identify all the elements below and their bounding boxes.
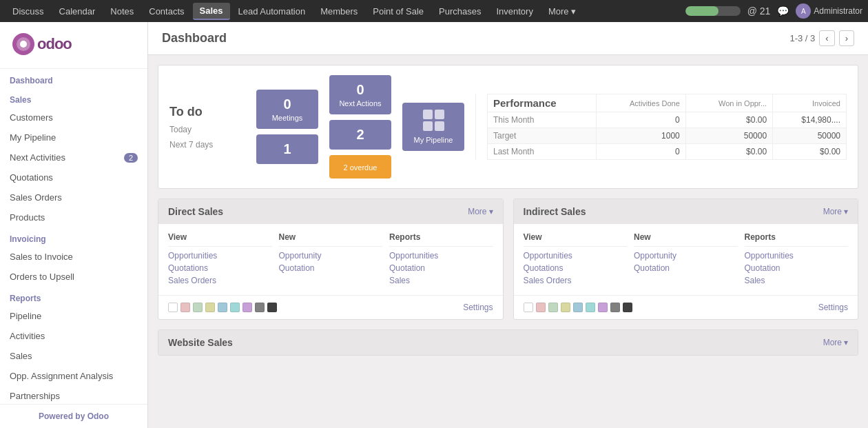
nav-lead-automation[interactable]: Lead Automation — [231, 3, 313, 19]
odoo-logo[interactable]: odoo — [11, 32, 136, 61]
nav-contacts[interactable]: Contacts — [142, 3, 191, 19]
nav-calendar[interactable]: Calendar — [52, 3, 103, 19]
indirect-settings[interactable]: Settings — [818, 303, 848, 312]
sidebar-item-activities[interactable]: Activities — [0, 326, 147, 346]
color-dot-8[interactable] — [267, 303, 277, 312]
indirect-view-sales-orders[interactable]: Sales Orders — [524, 274, 628, 287]
ind-color-dot-4[interactable] — [573, 303, 583, 312]
ind-color-dot-2[interactable] — [548, 303, 558, 312]
indirect-new-col: New Opportunity Quotation — [634, 232, 738, 287]
meetings-col: 0 Meetings 1 — [256, 90, 318, 164]
perf-last-invoiced: $0.00 — [773, 144, 847, 160]
sidebar-item-sales-orders[interactable]: Sales Orders — [0, 187, 147, 207]
next-button[interactable]: › — [839, 30, 854, 46]
ind-color-dot-3[interactable] — [561, 303, 570, 312]
my-pipeline-box[interactable]: My Pipeline — [402, 103, 464, 151]
sidebar-item-sales-report[interactable]: Sales — [0, 346, 147, 366]
sidebar-item-partnerships[interactable]: Partnerships — [0, 386, 147, 404]
prev-button[interactable]: ‹ — [819, 30, 834, 46]
ind-color-dot-5[interactable] — [586, 303, 595, 312]
nav-sales[interactable]: Sales — [193, 3, 230, 20]
indirect-sales-title: Indirect Sales — [524, 206, 586, 217]
nav-members[interactable]: Members — [313, 3, 364, 19]
nav-more[interactable]: More ▾ — [541, 3, 583, 19]
indirect-new-quotation[interactable]: Quotation — [634, 262, 738, 274]
overdue-box[interactable]: 2 overdue — [329, 155, 391, 179]
indirect-view-opportunities[interactable]: Opportunities — [524, 249, 628, 262]
ind-color-dot-8[interactable] — [623, 303, 632, 312]
sidebar-item-pipeline[interactable]: Pipeline — [0, 306, 147, 326]
nav-inventory[interactable]: Inventory — [489, 3, 539, 19]
color-dot-2[interactable] — [193, 303, 203, 312]
week-meetings-box[interactable]: 1 — [256, 134, 318, 164]
perf-last-won: $0.00 — [685, 144, 772, 160]
direct-sales-footer: Settings — [158, 295, 503, 319]
perf-this-month-label: This Month — [488, 112, 597, 128]
sidebar-item-next-activities[interactable]: Next Activities 2 — [0, 147, 147, 167]
color-dot-0[interactable] — [168, 303, 178, 312]
perf-invoiced-val: $14,980.... — [773, 112, 847, 128]
website-sales-more[interactable]: More ▾ — [823, 338, 848, 347]
direct-sales-grid: View Opportunities Quotations Sales Orde… — [168, 232, 493, 287]
sidebar-scroll: Dashboard Sales Customers My Pipeline Ne… — [0, 69, 147, 404]
color-dot-3[interactable] — [205, 303, 215, 312]
direct-report-opportunities[interactable]: Opportunities — [389, 249, 493, 262]
ind-color-dot-1[interactable] — [536, 303, 546, 312]
progress-fill — [685, 6, 719, 16]
indirect-report-opportunities[interactable]: Opportunities — [745, 249, 849, 262]
ind-color-dot-6[interactable] — [598, 303, 608, 312]
direct-report-sales[interactable]: Sales — [389, 274, 493, 287]
nav-purchases[interactable]: Purchases — [432, 3, 488, 19]
direct-view-quotations[interactable]: Quotations — [168, 262, 272, 274]
perf-last-month-label: Last Month — [488, 144, 597, 160]
top-navigation: Discuss Calendar Notes Contacts Sales Le… — [0, 0, 868, 22]
direct-new-header: New — [279, 232, 383, 247]
color-dot-6[interactable] — [242, 303, 252, 312]
sidebar-item-sales-to-invoice[interactable]: Sales to Invoice — [0, 247, 147, 267]
today-next-actions-box[interactable]: 0 Next Actions — [329, 75, 391, 114]
notification-icon[interactable]: @ 21 — [747, 6, 771, 17]
direct-sales-body: View Opportunities Quotations Sales Orde… — [158, 224, 503, 295]
pipeline-icon — [423, 110, 444, 131]
sidebar-item-customers[interactable]: Customers — [0, 108, 147, 128]
user-menu[interactable]: A Administrator — [796, 3, 862, 19]
direct-sales-title: Direct Sales — [168, 206, 223, 217]
color-dot-1[interactable] — [180, 303, 190, 312]
next-actions-label: Next Actions — [339, 99, 382, 108]
sidebar-item-quotations[interactable]: Quotations — [0, 167, 147, 187]
direct-view-sales-orders[interactable]: Sales Orders — [168, 274, 272, 287]
indirect-sales-more[interactable]: More ▾ — [823, 207, 848, 216]
top-stats-card: To do Today Next 7 days 0 Meetings — [158, 65, 858, 189]
nav-point-of-sale[interactable]: Point of Sale — [366, 3, 431, 19]
ind-color-dot-0[interactable] — [524, 303, 533, 312]
today-meetings-box[interactable]: 0 Meetings — [256, 90, 318, 129]
direct-sales-card: Direct Sales More ▾ View Opportunities Q… — [158, 198, 504, 320]
color-dot-7[interactable] — [255, 303, 265, 312]
indirect-view-quotations[interactable]: Quotations — [524, 262, 628, 274]
indirect-report-quotation[interactable]: Quotation — [745, 262, 849, 274]
nav-notes[interactable]: Notes — [103, 3, 141, 19]
direct-report-quotation[interactable]: Quotation — [389, 262, 493, 274]
sidebar-item-my-pipeline[interactable]: My Pipeline — [0, 128, 147, 147]
pipeline-sq-4 — [435, 121, 444, 131]
perf-title: Performance — [488, 94, 597, 112]
sidebar-item-orders-to-upsell[interactable]: Orders to Upsell — [0, 267, 147, 287]
sidebar-item-opp-assignment[interactable]: Opp. Assignment Analysis — [0, 366, 147, 386]
direct-view-opportunities[interactable]: Opportunities — [168, 249, 272, 262]
direct-sales-more[interactable]: More ▾ — [468, 207, 493, 216]
nav-discuss[interactable]: Discuss — [6, 3, 51, 19]
week-next-actions-box[interactable]: 2 — [329, 120, 391, 150]
direct-color-dots — [168, 303, 277, 312]
direct-settings[interactable]: Settings — [463, 303, 493, 312]
ind-color-dot-7[interactable] — [610, 303, 620, 312]
indirect-new-opportunity[interactable]: Opportunity — [634, 249, 738, 262]
performance-table: Performance Activities Done Won in Oppr.… — [487, 94, 847, 160]
chat-icon[interactable]: 💬 — [777, 6, 789, 17]
color-dot-4[interactable] — [218, 303, 227, 312]
indirect-report-sales[interactable]: Sales — [745, 274, 849, 287]
direct-new-quotation[interactable]: Quotation — [279, 262, 383, 274]
color-dot-5[interactable] — [230, 303, 240, 312]
direct-new-opportunity[interactable]: Opportunity — [279, 249, 383, 262]
main-content: Dashboard 1-3 / 3 ‹ › To do Today Next 7… — [148, 22, 868, 428]
sidebar-item-products[interactable]: Products — [0, 207, 147, 227]
